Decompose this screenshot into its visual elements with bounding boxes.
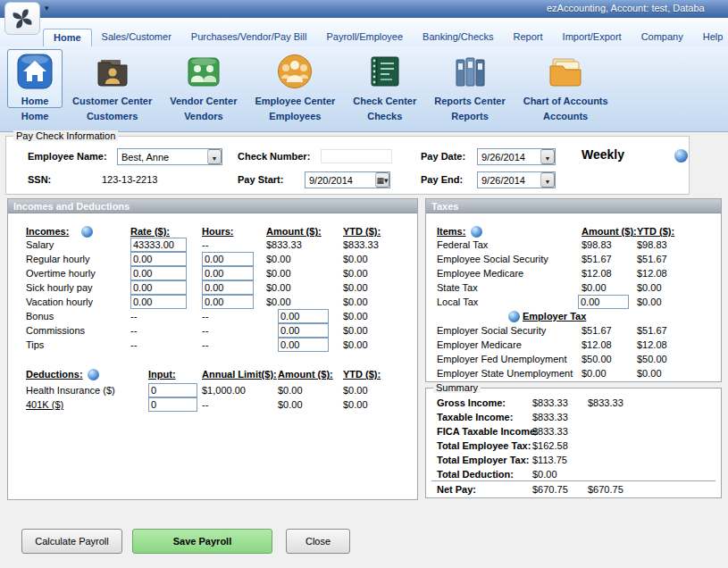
toolbar-chart-of-accounts-button[interactable]: Chart of Accounts [515, 49, 616, 108]
summary-value: $833.33 [532, 412, 568, 422]
tab-sales-customer[interactable]: Sales/Customer [92, 29, 181, 46]
close-button[interactable]: Close [286, 529, 350, 554]
app-window: ezAccounting, Account: test, Databa ▾ Ho… [0, 0, 728, 568]
health-insurance-input[interactable] [148, 383, 197, 397]
help-globe-icon[interactable] [674, 149, 688, 163]
vacation-hourly-hours-input[interactable] [202, 295, 254, 309]
summary-value: $0.00 [532, 469, 557, 480]
tab-payroll-employee[interactable]: Payroll/Employee [316, 29, 413, 46]
window-title: ezAccounting, Account: test, Databa [547, 3, 705, 13]
income-amount: $0.00 [266, 254, 291, 264]
summary-label: Total Employee Tax: [437, 440, 531, 451]
app-icon[interactable] [4, 2, 40, 35]
col-hours: Hours: [202, 226, 233, 237]
customer-center-icon [93, 52, 132, 95]
bonus-amount-input[interactable] [278, 309, 329, 323]
calculate-payroll-button[interactable]: Calculate Payroll [21, 529, 122, 554]
income-amount: $0.00 [266, 282, 291, 293]
col-ytd: YTD ($): [343, 369, 381, 380]
toolbar-check-center-button[interactable]: Check Center [345, 49, 424, 108]
summary-value: $113.75 [532, 455, 567, 465]
tax-amount: $51.67 [582, 325, 612, 336]
tab-home[interactable]: Home [43, 29, 92, 46]
income-ytd: $833.33 [343, 239, 379, 250]
toolbar-button-title: Check Center [353, 96, 416, 106]
summary-label: Net Pay: [437, 484, 476, 495]
summary-row-net-pay: Net Pay: $670.75 $670.75 [426, 484, 721, 498]
income-amount: $833.33 [266, 239, 302, 250]
chevron-down-icon[interactable]: ▼ [207, 149, 222, 164]
employee-name-value: Best, Anne [121, 152, 169, 163]
tax-label: Employee Social Security [437, 254, 548, 264]
toolbar-reports-center-button[interactable]: Reports Center [426, 49, 513, 108]
income-hours: -- [202, 311, 208, 322]
pinwheel-icon [11, 7, 34, 30]
calendar-icon[interactable]: ▦▾ [375, 172, 389, 188]
income-ytd: $0.00 [343, 297, 368, 307]
help-globe-icon[interactable] [508, 311, 520, 322]
deduction-annual-limit: $1,000.00 [202, 385, 246, 396]
summary-ytd-value: $670.75 [588, 484, 623, 495]
tax-label: Employer Fed Unemployment [437, 354, 567, 364]
toolbar-vendor-center-button[interactable]: Vendor Center [162, 49, 245, 108]
sick-hourly-hours-input[interactable] [202, 280, 254, 295]
401k-input[interactable] [148, 397, 197, 412]
check-number-input[interactable] [321, 149, 392, 163]
col-ytd: YTD ($): [343, 226, 381, 237]
income-hours: -- [202, 339, 208, 350]
overtime-hourly-rate-input[interactable] [130, 266, 187, 280]
commissions-amount-input[interactable] [278, 323, 329, 338]
tax-ytd: $51.67 [637, 325, 667, 336]
employer-tax-header: Employer Tax [523, 311, 586, 322]
tips-amount-input[interactable] [278, 338, 329, 352]
pay-start-datepicker[interactable]: 9/20/2014 ▦▾ [305, 171, 390, 188]
pay-end-dropdown[interactable]: 9/26/2014 ▼ [477, 171, 556, 188]
tab-purchases-vendor-pay-bill[interactable]: Purchases/Vendor/Pay Bill [181, 29, 317, 46]
chevron-down-icon[interactable]: ▼ [540, 172, 555, 188]
income-ytd: $0.00 [343, 339, 368, 350]
deduction-401k-link[interactable]: 401K ($) [26, 399, 63, 410]
regular-hourly-hours-input[interactable] [202, 252, 254, 266]
local-tax-input[interactable] [578, 295, 629, 309]
toolbar-vendors-caption: Vendors [184, 111, 222, 121]
toolbar-button-title: Employee Center [255, 96, 335, 106]
summary-value: $162.58 [532, 440, 568, 451]
help-globe-icon[interactable] [471, 226, 482, 238]
summary-title: Summary [433, 382, 481, 393]
help-globe-icon[interactable] [81, 226, 93, 238]
col-annual-limit: Annual Limit($): [202, 369, 277, 380]
income-amount: $0.00 [266, 297, 291, 307]
toolbar-customer-center-button[interactable]: Customer Center [64, 49, 160, 108]
chevron-down-icon[interactable]: ▼ [540, 149, 555, 164]
employee-name-dropdown[interactable]: Best, Anne ▼ [117, 148, 222, 165]
tax-amount: $12.08 [582, 339, 612, 350]
incomes-label: Incomes: [26, 226, 69, 237]
tab-banking-checks[interactable]: Banking/Checks [413, 29, 504, 46]
regular-hourly-rate-input[interactable] [130, 252, 187, 266]
save-payroll-button[interactable]: Save Payroll [132, 529, 272, 554]
toolbar-customers-caption: Customers [87, 111, 138, 121]
salary-rate-input[interactable] [130, 238, 187, 252]
deduction-annual-limit: -- [202, 399, 208, 410]
sick-hourly-rate-input[interactable] [130, 280, 187, 295]
toolbar-home-button[interactable]: Home [7, 49, 63, 108]
help-globe-icon[interactable] [88, 369, 99, 380]
taxes-header: Taxes [426, 199, 721, 213]
toolbar-employee-center-button[interactable]: Employee Center [247, 49, 343, 108]
income-ytd: $0.00 [343, 311, 368, 322]
income-row-vacation-hourly: Vacation hourly $0.00 $0.00 [8, 297, 417, 311]
tab-report[interactable]: Report [504, 29, 553, 46]
tab-import-export[interactable]: Import/Export [553, 29, 632, 46]
income-ytd: $0.00 [343, 254, 368, 264]
vacation-hourly-rate-input[interactable] [130, 295, 187, 309]
check-center-icon [365, 52, 405, 95]
tax-row-employer-fed-unemployment: Employer Fed Unemployment $50.00 $50.00 [426, 354, 721, 368]
tax-row-federal: Federal Tax $98.83 $98.83 [426, 239, 721, 254]
tax-label: Employer Medicare [437, 339, 522, 350]
quick-access-arrow-icon[interactable]: ▾ [45, 4, 49, 13]
tab-help[interactable]: Help [693, 29, 728, 46]
tax-row-employer-social-security: Employer Social Security $51.67 $51.67 [426, 325, 721, 339]
tab-company[interactable]: Company [632, 29, 693, 46]
overtime-hourly-hours-input[interactable] [202, 266, 254, 280]
pay-date-dropdown[interactable]: 9/26/2014 ▼ [477, 148, 556, 165]
